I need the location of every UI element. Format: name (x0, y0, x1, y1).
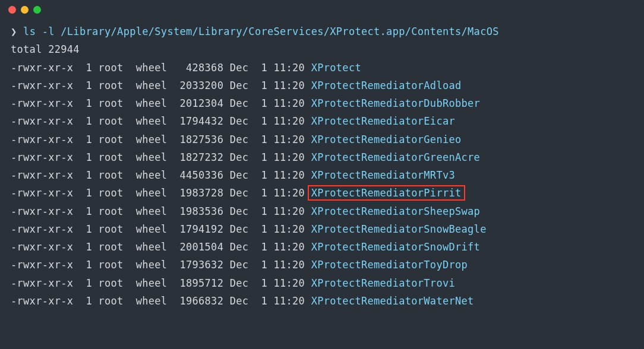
window-titlebar (0, 0, 644, 19)
file-meta: -rwxr-xr-x 1 root wheel 1794432 Dec 1 11… (11, 115, 311, 127)
file-name: XProtectRemediatorWaterNet (311, 295, 474, 307)
file-row: -rwxr-xr-x 1 root wheel 2033200 Dec 1 11… (11, 77, 633, 94)
command-text: ls -l /Library/Apple/System/Library/Core… (23, 26, 499, 37)
file-name: XProtectRemediatorSnowDrift (311, 241, 480, 253)
file-row: -rwxr-xr-x 1 root wheel 4450336 Dec 1 11… (11, 166, 633, 184)
prompt-symbol: ❯ (11, 26, 17, 37)
file-meta: -rwxr-xr-x 1 root wheel 1895712 Dec 1 11… (11, 277, 311, 289)
file-row: -rwxr-xr-x 1 root wheel 1827232 Dec 1 11… (11, 148, 633, 166)
file-meta: -rwxr-xr-x 1 root wheel 2033200 Dec 1 11… (11, 80, 311, 91)
highlight-annotation: XProtectRemediatorPirrit (308, 185, 465, 201)
file-row: -rwxr-xr-x 1 root wheel 2012304 Dec 1 11… (11, 94, 633, 112)
maximize-button[interactable] (33, 6, 41, 14)
terminal-content[interactable]: ❯ ls -l /Library/Apple/System/Library/Co… (0, 19, 644, 321)
file-row: -rwxr-xr-x 1 root wheel 1794192 Dec 1 11… (11, 220, 633, 238)
file-row: -rwxr-xr-x 1 root wheel 1895712 Dec 1 11… (11, 274, 633, 292)
file-name: XProtectRemediatorGreenAcre (311, 151, 480, 163)
file-meta: -rwxr-xr-x 1 root wheel 1794192 Dec 1 11… (11, 223, 311, 235)
file-row: -rwxr-xr-x 1 root wheel 1794432 Dec 1 11… (11, 112, 633, 130)
file-meta: -rwxr-xr-x 1 root wheel 2012304 Dec 1 11… (11, 97, 311, 109)
file-meta: -rwxr-xr-x 1 root wheel 1827536 Dec 1 11… (11, 134, 311, 145)
file-row: -rwxr-xr-x 1 root wheel 428368 Dec 1 11:… (11, 59, 633, 77)
file-row: -rwxr-xr-x 1 root wheel 1827536 Dec 1 11… (11, 131, 633, 148)
file-row: -rwxr-xr-x 1 root wheel 1966832 Dec 1 11… (11, 292, 633, 310)
file-name: XProtectRemediatorToyDrop (311, 259, 468, 271)
file-meta: -rwxr-xr-x 1 root wheel 2001504 Dec 1 11… (11, 241, 311, 253)
file-name: XProtectRemediatorSheepSwap (311, 205, 480, 217)
file-name: XProtectRemediatorSnowBeagle (311, 223, 487, 235)
file-meta: -rwxr-xr-x 1 root wheel 1983728 Dec 1 11… (11, 187, 311, 199)
file-meta: -rwxr-xr-x 1 root wheel 1983536 Dec 1 11… (11, 205, 311, 217)
file-meta: -rwxr-xr-x 1 root wheel 4450336 Dec 1 11… (11, 169, 311, 181)
total-line: total 22944 (11, 40, 633, 58)
file-row: -rwxr-xr-x 1 root wheel 1983536 Dec 1 11… (11, 202, 633, 220)
file-row: -rwxr-xr-x 1 root wheel 1793632 Dec 1 11… (11, 256, 633, 274)
file-name: XProtectRemediatorAdload (311, 80, 462, 91)
file-row: -rwxr-xr-x 1 root wheel 1983728 Dec 1 11… (11, 184, 633, 202)
file-meta: -rwxr-xr-x 1 root wheel 1793632 Dec 1 11… (11, 259, 311, 271)
minimize-button[interactable] (21, 6, 29, 14)
file-name: XProtectRemediatorGenieo (311, 134, 462, 145)
file-name: XProtectRemediatorDubRobber (311, 97, 480, 109)
file-row: -rwxr-xr-x 1 root wheel 2001504 Dec 1 11… (11, 238, 633, 256)
prompt-line: ❯ ls -l /Library/Apple/System/Library/Co… (11, 23, 633, 40)
close-button[interactable] (8, 6, 16, 14)
file-name: XProtect (311, 62, 361, 74)
file-meta: -rwxr-xr-x 1 root wheel 1827232 Dec 1 11… (11, 151, 311, 163)
file-name: XProtectRemediatorEicar (311, 115, 455, 127)
file-name: XProtectRemediatorTrovi (311, 277, 455, 289)
file-meta: -rwxr-xr-x 1 root wheel 428368 Dec 1 11:… (11, 62, 311, 74)
file-meta: -rwxr-xr-x 1 root wheel 1966832 Dec 1 11… (11, 295, 311, 307)
terminal-window: ❯ ls -l /Library/Apple/System/Library/Co… (0, 0, 644, 349)
file-listing: -rwxr-xr-x 1 root wheel 428368 Dec 1 11:… (11, 59, 633, 310)
file-name: XProtectRemediatorPirrit (311, 187, 462, 199)
file-name: XProtectRemediatorMRTv3 (311, 169, 455, 181)
